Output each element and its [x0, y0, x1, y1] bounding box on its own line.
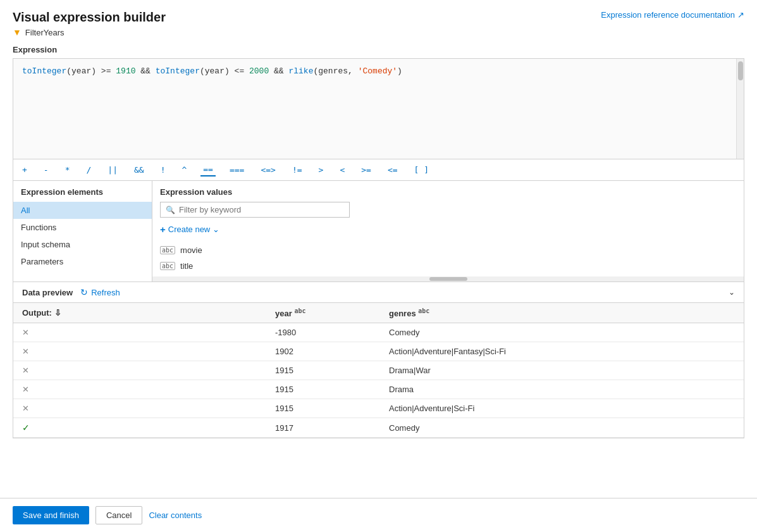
doc-link[interactable]: Expression reference documentation ↗ — [601, 10, 744, 20]
op-gte[interactable]: >= — [359, 164, 374, 176]
year-cell: 1902 — [266, 342, 380, 361]
genres-cell: Drama — [380, 380, 744, 399]
year-cell: -1980 — [266, 323, 380, 342]
op-gt[interactable]: > — [316, 164, 326, 176]
value-label-movie: movie — [180, 245, 202, 255]
create-new-button[interactable]: + Create new ⌄ — [160, 224, 219, 235]
save-button[interactable]: Save and finish — [13, 506, 89, 524]
scrollbar-thumb — [738, 61, 743, 80]
filter-name: FilterYears — [25, 28, 65, 37]
value-item-movie[interactable]: abc movie — [160, 242, 736, 258]
op-lte[interactable]: <= — [385, 164, 400, 176]
abc-badge-movie: abc — [160, 246, 175, 254]
check-icon: ✓ — [22, 423, 30, 433]
elem-item-parameters[interactable]: Parameters — [13, 253, 152, 270]
op-caret[interactable]: ^ — [179, 164, 189, 176]
genres-cell: Action|Adventure|Fantasy|Sci-Fi — [380, 342, 744, 361]
value-label-title: title — [180, 261, 193, 271]
col-header-genres: genres abc — [380, 303, 744, 323]
op-neq[interactable]: != — [290, 164, 305, 176]
footer-bar: Save and finish Cancel Clear contents — [0, 498, 757, 532]
data-preview-section: Data preview ↻ Refresh ⌄ Output: ⇩ year … — [13, 282, 744, 438]
expression-elements-panel: Expression elements All Functions Input … — [13, 181, 152, 281]
data-preview-left: Data preview ↻ Refresh — [22, 287, 120, 297]
elem-item-input-schema[interactable]: Input schema — [13, 236, 152, 253]
table-row: ✕ 1902 Action|Adventure|Fantasy|Sci-Fi — [13, 342, 744, 361]
op-spaceship[interactable]: <=> — [258, 164, 278, 176]
x-icon: ✕ — [22, 366, 29, 375]
chevron-down-icon: ⌄ — [212, 225, 219, 234]
expression-editor[interactable]: toInteger(year) >= 1910 && toInteger(yea… — [13, 58, 744, 159]
table-row: ✕ 1915 Drama — [13, 380, 744, 399]
scrollbar-vertical[interactable] — [736, 59, 744, 159]
op-minus[interactable]: - — [41, 164, 51, 176]
output-cell: ✕ — [13, 361, 266, 380]
table-row: ✕ -1980 Comedy — [13, 323, 744, 342]
table-body: ✕ -1980 Comedy ✕ 1902 Action|Adventure|F… — [13, 323, 744, 438]
output-cell: ✕ — [13, 323, 266, 342]
elem-item-functions[interactable]: Functions — [13, 219, 152, 236]
year-cell: 1917 — [266, 418, 380, 438]
filter-name-row: ▼ FilterYears — [13, 27, 744, 37]
op-or[interactable]: || — [105, 164, 120, 176]
op-not[interactable]: ! — [158, 164, 168, 176]
op-eq[interactable]: == — [200, 163, 216, 176]
op-plus[interactable]: + — [20, 164, 30, 176]
genres-cell: Comedy — [380, 418, 744, 438]
output-cell: ✕ — [13, 399, 266, 418]
op-divide[interactable]: / — [83, 164, 94, 176]
data-table: Output: ⇩ year abc genres abc ✕ -1980 Co… — [13, 303, 744, 438]
op-lt[interactable]: < — [337, 164, 347, 176]
expression-label: Expression — [13, 45, 744, 54]
year-cell: 1915 — [266, 399, 380, 418]
op-brackets[interactable]: [ ] — [412, 164, 431, 176]
func-tointeger-1: toInteger — [22, 66, 66, 76]
scrollbar-h-thumb — [429, 277, 467, 281]
scrollbar-horizontal[interactable] — [152, 276, 744, 281]
func-tointeger-2: toInteger — [156, 66, 200, 76]
op-strict-eq[interactable]: === — [227, 164, 247, 176]
col-header-year: year abc — [266, 303, 380, 323]
func-rlike: rlike — [288, 66, 313, 76]
refresh-button[interactable]: ↻ Refresh — [80, 287, 120, 297]
elem-item-all[interactable]: All — [13, 202, 152, 219]
middle-section: Expression elements All Functions Input … — [13, 181, 744, 282]
year-cell: 1915 — [266, 361, 380, 380]
table-header-row: Output: ⇩ year abc genres abc — [13, 303, 744, 323]
create-new-label: Create new — [168, 225, 210, 234]
x-icon: ✕ — [22, 404, 29, 413]
refresh-label: Refresh — [91, 288, 120, 297]
expression-values-title: Expression values — [160, 187, 736, 197]
x-icon: ✕ — [22, 385, 29, 394]
genres-cell: Comedy — [380, 323, 744, 342]
filter-keyword-input[interactable] — [179, 205, 344, 214]
cancel-button[interactable]: Cancel — [95, 506, 142, 524]
genres-cell: Drama|War — [380, 361, 744, 380]
genres-badge: abc — [418, 307, 429, 314]
op-multiply[interactable]: * — [63, 164, 73, 176]
output-sort-icon: ⇩ — [54, 308, 61, 318]
filter-icon: ▼ — [13, 27, 22, 37]
clear-contents-button[interactable]: Clear contents — [149, 510, 202, 520]
table-row: ✕ 1915 Action|Adventure|Sci-Fi — [13, 399, 744, 418]
data-preview-title: Data preview — [22, 288, 73, 297]
op-and[interactable]: && — [132, 164, 147, 176]
value-item-title[interactable]: abc title — [160, 258, 736, 274]
col-header-output: Output: ⇩ — [13, 303, 266, 323]
refresh-icon: ↻ — [80, 287, 88, 297]
abc-badge-title: abc — [160, 262, 175, 270]
filter-input-box[interactable]: 🔍 — [160, 202, 350, 218]
x-icon: ✕ — [22, 328, 29, 337]
plus-icon: + — [160, 224, 166, 235]
year-badge: abc — [294, 307, 305, 314]
doc-link-text: Expression reference documentation — [601, 10, 735, 20]
expression-elements-title: Expression elements — [13, 187, 152, 202]
output-cell: ✓ — [13, 418, 266, 438]
operators-bar: + - * / || && ! ^ == === <=> != > < >= <… — [13, 159, 744, 181]
genres-cell: Action|Adventure|Sci-Fi — [380, 399, 744, 418]
x-icon: ✕ — [22, 347, 29, 356]
expression-values-panel: Expression values 🔍 + Create new ⌄ abc m… — [152, 181, 744, 281]
output-cell: ✕ — [13, 342, 266, 361]
collapse-icon[interactable]: ⌄ — [729, 288, 735, 297]
table-row: ✕ 1915 Drama|War — [13, 361, 744, 380]
